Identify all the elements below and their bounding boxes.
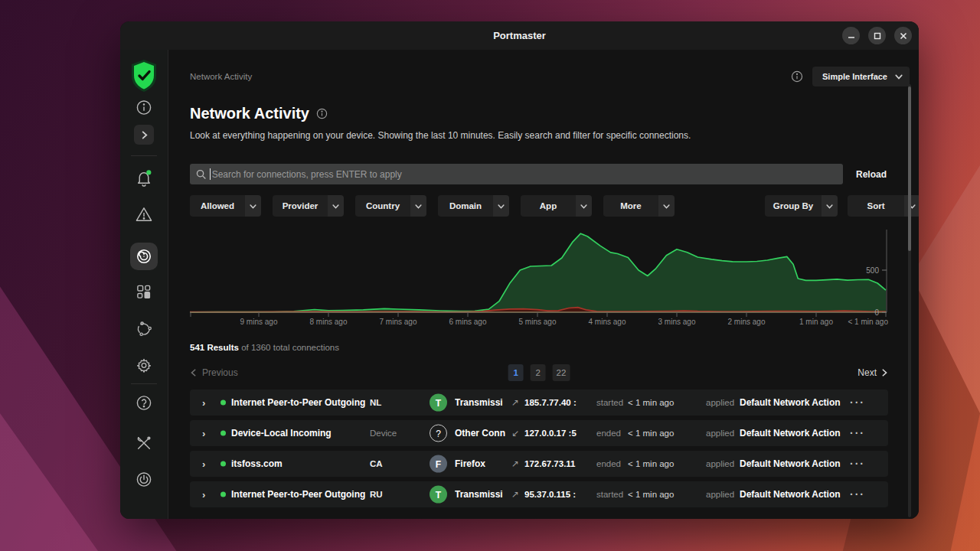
chevron-down-icon [663, 203, 670, 210]
sidebar-item-shutdown[interactable] [136, 471, 152, 491]
network-action: Default Network Action [740, 397, 841, 408]
connection-name: Internet Peer-to-Peer Outgoing [231, 397, 365, 408]
filter-label: Country [355, 195, 410, 217]
sidebar-item-apps[interactable] [136, 284, 152, 303]
sidebar-item-tools[interactable] [136, 435, 152, 455]
help-icon [136, 395, 152, 411]
sidebar-item-processes[interactable] [136, 320, 153, 341]
connection-country: CA [370, 459, 383, 468]
maximize-button[interactable] [868, 27, 886, 44]
x-tick-label: 8 mins ago [310, 318, 348, 326]
filter-label: App [521, 195, 576, 217]
app-icon: T [430, 486, 447, 504]
filter-country[interactable]: Country [355, 195, 426, 217]
page-button-22[interactable]: 22 [553, 364, 570, 381]
row-menu-button[interactable]: ··· [850, 458, 865, 470]
scrollbar-track[interactable] [908, 84, 911, 517]
search-box[interactable] [190, 164, 843, 184]
x-tick-label: 1 min ago [799, 318, 833, 326]
row-menu-button[interactable]: ··· [850, 427, 865, 439]
titlebar[interactable]: Portmaster [120, 21, 919, 50]
reload-button[interactable]: Reload [854, 166, 888, 183]
row-menu-button[interactable]: ··· [850, 396, 865, 409]
connection-name: itsfoss.com [231, 458, 283, 469]
group-by-label: Group By [765, 195, 822, 217]
status-dot [220, 461, 226, 467]
chevron-right-icon [140, 131, 149, 139]
sidebar-item-info[interactable] [136, 99, 152, 119]
connection-status: ended [596, 429, 621, 438]
close-button[interactable] [894, 27, 912, 44]
minimize-button[interactable] [842, 27, 860, 44]
page-button-1[interactable]: 1 [508, 364, 524, 381]
page-title: Network Activity [190, 105, 309, 122]
chevron-down-icon [895, 73, 903, 80]
x-tick-label: < 1 min ago [848, 318, 888, 326]
sort-label: Sort [848, 195, 904, 217]
row-menu-button[interactable]: ··· [850, 488, 865, 500]
sidebar-item-notifications[interactable] [136, 169, 153, 190]
breadcrumb[interactable]: Network Activity [190, 72, 252, 81]
results-summary: 541 Results of 1360 total connections [190, 343, 888, 352]
filter-provider[interactable]: Provider [273, 195, 344, 217]
page-button-2[interactable]: 2 [531, 364, 546, 381]
search-icon [196, 169, 207, 180]
filter-app[interactable]: App [521, 195, 592, 217]
sidebar-divider [131, 155, 157, 156]
warning-triangle-icon [136, 206, 153, 223]
connection-list: › Internet Peer-to-Peer Outgoing NL T Tr… [190, 390, 888, 507]
connection-row[interactable]: › Internet Peer-to-Peer Outgoing NL T Tr… [190, 390, 888, 416]
connection-row[interactable]: › Internet Peer-to-Peer Outgoing RU T Tr… [190, 481, 888, 507]
sidebar-item-alerts[interactable] [136, 206, 153, 227]
app-name: Transmissi [455, 397, 505, 408]
next-page-button[interactable]: Next [858, 367, 888, 378]
connection-name: Internet Peer-to-Peer Outgoing [231, 489, 365, 500]
shield-check-icon [129, 59, 159, 93]
info-icon[interactable] [316, 108, 328, 119]
filter-label: Domain [438, 195, 493, 217]
x-tick-label: 5 mins ago [519, 318, 557, 326]
sidebar-expand-button[interactable] [134, 125, 154, 145]
info-icon[interactable] [791, 70, 803, 83]
power-icon [136, 471, 152, 487]
connection-country: NL [370, 398, 381, 407]
portmaster-window: Portmaster [120, 21, 919, 519]
app-name: Other Conn [455, 428, 505, 439]
interface-mode-dropdown[interactable]: Simple Interface [812, 67, 910, 86]
sidebar-item-settings[interactable] [136, 357, 152, 377]
app-icon: ? [430, 425, 447, 442]
connection-row[interactable]: › Device-Local Incoming Device ? Other C… [190, 420, 888, 446]
applied-label: applied [706, 490, 734, 499]
portmaster-logo[interactable] [129, 59, 159, 96]
expand-chevron-icon[interactable]: › [202, 397, 205, 409]
orbit-network-icon [136, 320, 153, 337]
outgoing-arrow-icon: ↗ [511, 397, 519, 408]
sidebar-item-help[interactable] [136, 395, 152, 414]
outgoing-arrow-icon: ↗ [511, 489, 519, 500]
previous-page-button[interactable]: Previous [190, 367, 238, 378]
expand-chevron-icon[interactable]: › [202, 428, 205, 439]
chevron-down-icon [826, 203, 833, 210]
x-tick-label: 9 mins ago [240, 318, 278, 326]
connection-ip: 185.7.77.40 : [524, 398, 592, 407]
scrollbar-thumb[interactable] [908, 86, 911, 251]
filter-more[interactable]: More [603, 195, 675, 217]
sidebar-item-network-activity[interactable] [130, 243, 158, 270]
allowed-connections-area [190, 233, 886, 312]
search-input[interactable] [212, 169, 843, 180]
main-content: Network Activity Simple Interface Networ… [168, 50, 919, 519]
filter-allowed[interactable]: Allowed [190, 195, 261, 217]
expand-chevron-icon[interactable]: › [202, 458, 205, 470]
filter-domain[interactable]: Domain [438, 195, 509, 217]
connection-time: < 1 min ago [628, 459, 674, 468]
apps-grid-icon [136, 284, 152, 300]
group-by-dropdown[interactable]: Group By [765, 195, 838, 217]
chevron-down-icon [415, 203, 422, 210]
app-icon: F [430, 455, 447, 473]
network-action: Default Network Action [740, 458, 841, 469]
connection-row[interactable]: › itsfoss.com CA F Firefox ↗ 172.67.73.1… [190, 451, 888, 477]
sidebar [120, 50, 168, 519]
applied-label: applied [706, 429, 734, 438]
expand-chevron-icon[interactable]: › [202, 489, 205, 500]
x-tick-label: 3 mins ago [658, 318, 696, 326]
